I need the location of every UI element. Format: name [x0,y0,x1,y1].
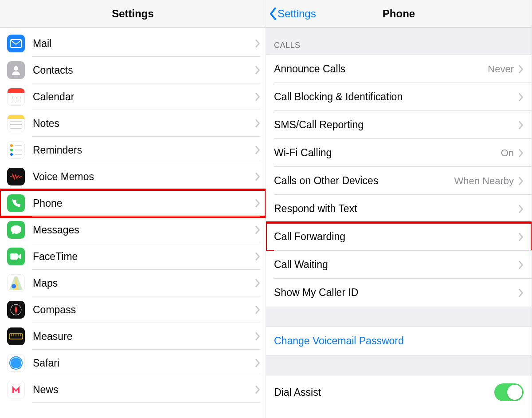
settings-row-mail[interactable]: Mail [0,30,266,57]
settings-row-measure[interactable]: Measure [0,323,266,350]
chevron-right-icon [518,65,524,74]
chevron-right-icon [255,332,260,341]
settings-row-facetime[interactable]: FaceTime [0,243,266,270]
chevron-right-icon [255,172,260,181]
chevron-left-icon [270,8,277,20]
settings-panel: Settings MailContacts⋮⋮⋮CalendarNotesRem… [0,0,266,418]
settings-row-safari[interactable]: Safari [0,350,266,376]
settings-label: News [33,384,255,396]
phone-row-label: Call Forwarding [274,231,518,243]
phone-row-label: Calls on Other Devices [274,175,454,187]
svg-point-1 [14,66,18,71]
settings-row-notes[interactable]: Notes [0,110,266,137]
compass-icon [7,301,25,319]
settings-label: FaceTime [33,251,255,263]
news-icon [7,381,25,398]
messages-icon [7,221,25,239]
phone-row-callerid[interactable]: Show My Caller ID [266,279,532,307]
dial-assist-row[interactable]: Dial Assist [266,375,532,409]
settings-row-messages[interactable]: Messages [0,217,266,243]
settings-label: Reminders [33,144,255,156]
chevron-right-icon [255,359,260,367]
chevron-right-icon [255,66,260,75]
svg-point-14 [11,358,21,368]
chevron-right-icon [518,233,524,241]
notes-icon [7,114,25,132]
phone-row-label: Wi-Fi Calling [274,147,501,159]
phone-row-sms[interactable]: SMS/Call Reporting [266,111,532,139]
settings-label: Maps [33,277,255,289]
phone-row-label: SMS/Call Reporting [274,119,518,131]
contacts-icon [7,61,25,79]
phone-scroll[interactable]: CALLS Announce CallsNeverCall Blocking &… [266,28,532,418]
chevron-right-icon [255,225,260,234]
settings-label: Calendar [33,91,255,103]
phone-row-forward[interactable]: Call Forwarding [266,223,532,251]
phone-row-announce[interactable]: Announce CallsNever [266,55,532,83]
chevron-right-icon [255,119,260,128]
settings-row-contacts[interactable]: Contacts [0,57,266,83]
settings-row-compass[interactable]: Compass [0,296,266,323]
voicemail-label: Change Voicemail Password [274,335,524,347]
settings-row-voice[interactable]: Voice Memos [0,163,266,190]
settings-label: Contacts [33,64,255,76]
section-gap [266,307,532,327]
settings-label: Mail [33,38,255,50]
svg-rect-2 [10,253,18,260]
settings-label: Phone [33,197,255,209]
safari-icon [7,354,25,372]
settings-label: Measure [33,331,255,343]
chevron-right-icon [255,39,260,48]
facetime-icon [7,248,25,265]
section-calls-header: CALLS [266,28,532,55]
chevron-right-icon [518,288,524,297]
change-voicemail-password[interactable]: Change Voicemail Password [266,327,532,355]
measure-icon [7,327,25,345]
chevron-right-icon [518,93,524,102]
settings-row-maps[interactable]: Maps [0,270,266,296]
chevron-right-icon [518,260,524,269]
section-gap-2 [266,355,532,375]
chevron-right-icon [518,205,524,213]
settings-title: Settings [112,8,154,20]
settings-label: Voice Memos [33,171,255,183]
dial-assist-label: Dial Assist [274,386,494,398]
back-button[interactable]: Settings [270,0,316,27]
chevron-right-icon [255,279,260,288]
chevron-right-icon [255,305,260,314]
settings-row-phone[interactable]: Phone [0,190,266,217]
phone-panel: Settings Phone CALLS Announce CallsNever… [266,0,532,418]
phone-row-other[interactable]: Calls on Other DevicesWhen Nearby [266,167,532,195]
settings-row-calendar[interactable]: ⋮⋮⋮Calendar [0,83,266,110]
chevron-right-icon [255,385,260,394]
phone-icon [7,194,25,212]
chevron-right-icon [518,177,524,185]
chevron-right-icon [255,252,260,261]
phone-row-respond[interactable]: Respond with Text [266,195,532,223]
reminders-icon [7,141,25,159]
settings-row-news[interactable]: News [0,376,266,403]
settings-row-reminders[interactable]: Reminders [0,137,266,163]
settings-navbar: Settings [0,0,266,28]
phone-title: Phone [383,8,415,20]
maps-icon [7,274,25,292]
phone-row-value: Never [488,63,514,75]
phone-row-value: When Nearby [454,175,514,187]
phone-row-wifi[interactable]: Wi-Fi CallingOn [266,139,532,167]
settings-label: Messages [33,224,255,236]
phone-row-blocking[interactable]: Call Blocking & Identification [266,83,532,111]
phone-row-label: Show My Caller ID [274,287,518,299]
settings-list[interactable]: MailContacts⋮⋮⋮CalendarNotesRemindersVoi… [0,28,266,418]
chevron-right-icon [255,199,260,208]
chevron-right-icon [518,149,524,158]
svg-marker-5 [15,305,17,314]
chevron-right-icon [255,146,260,154]
calendar-icon: ⋮⋮⋮ [7,88,25,106]
mail-icon [7,35,25,52]
phone-row-label: Call Blocking & Identification [274,91,518,103]
svg-rect-0 [11,39,21,47]
settings-label: Safari [33,357,255,369]
phone-row-waiting[interactable]: Call Waiting [266,251,532,279]
dial-assist-toggle[interactable] [494,383,524,401]
settings-label: Notes [33,118,255,130]
